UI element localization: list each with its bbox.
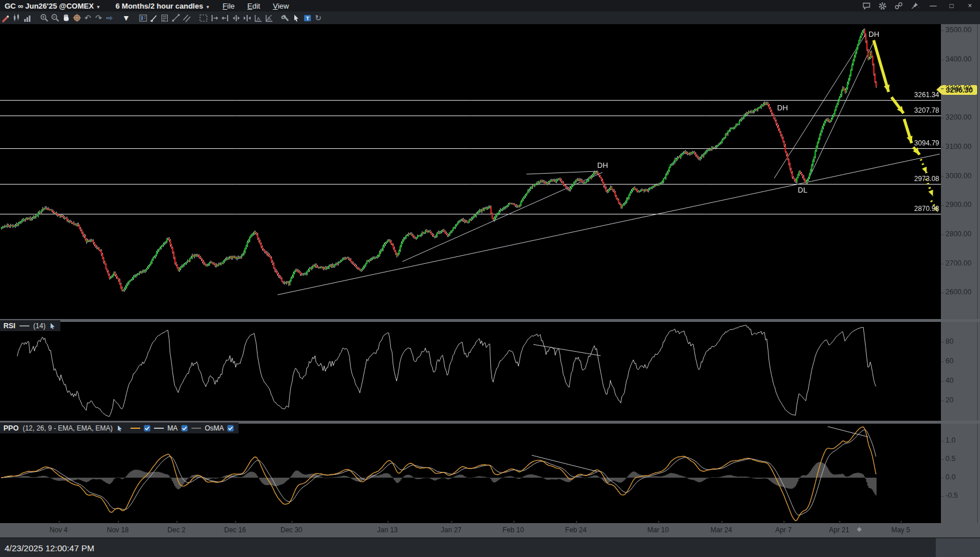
rsi-axis-label: 60	[946, 357, 954, 365]
rsi-label: RSI	[3, 322, 16, 330]
gear-icon[interactable]	[878, 2, 887, 10]
time-axis-tick	[291, 521, 293, 524]
maximize-icon[interactable]: □	[947, 2, 956, 10]
cursor-tool-icon[interactable]	[291, 13, 302, 23]
level-price-label: 2973.08	[914, 175, 939, 183]
svg-text:T: T	[306, 15, 309, 21]
price-axis-label: 3300.00	[946, 84, 971, 92]
price-axis-label: 2600.00	[946, 288, 971, 296]
select-region-icon[interactable]	[198, 13, 209, 23]
time-axis-tick	[721, 521, 722, 524]
ppo-panel-header[interactable]: PPO (12, 26, 9 - EMA, EMA, EMA) MAOsMA	[0, 422, 239, 433]
time-axis-label: Jan 13	[377, 526, 398, 534]
time-axis-label: Dec 30	[280, 526, 302, 534]
timeframe-selector[interactable]: 6 Months/2 hour candles▼	[116, 2, 210, 10]
zoom-in-icon[interactable]	[39, 13, 49, 23]
text-tool-icon[interactable]: T	[302, 13, 313, 23]
rsi-axis-tick	[941, 401, 944, 401]
time-axis-tick	[576, 521, 577, 524]
time-axis[interactable]: Nov 4Nov 18Dec 2Dec 16Dec 30Jan 13Jan 27…	[0, 523, 980, 537]
current-bar-marker	[857, 527, 862, 532]
rsi-panel-header[interactable]: RSI (14)	[0, 320, 60, 331]
trendline-icon[interactable]	[170, 13, 181, 23]
chevron-down-icon: ▼	[205, 5, 210, 10]
rsi-axis-tick	[941, 381, 944, 382]
price-axis-tick	[941, 30, 944, 31]
linear-scale-icon[interactable]: A	[252, 13, 263, 23]
chart-text-icon[interactable]	[137, 13, 148, 23]
ppo-params: (12, 26, 9 - EMA, EMA, EMA)	[22, 424, 113, 432]
legend-checkbox[interactable]	[227, 425, 234, 432]
insert-bar-left-icon[interactable]	[220, 13, 230, 23]
chat-icon[interactable]	[862, 2, 871, 10]
time-axis-tick	[235, 521, 236, 524]
toolbar: ↶↷⇨▼AAT↻	[0, 11, 980, 25]
log-scale-icon[interactable]: A	[263, 13, 274, 23]
crosshair-icon[interactable]	[71, 13, 82, 23]
time-axis-label: May 5	[891, 526, 910, 534]
symbol-selector[interactable]: GC ∞ Jun26'25 @COMEX▼	[5, 2, 101, 10]
close-icon[interactable]: ×	[966, 2, 974, 10]
time-axis-label: Mar 24	[710, 526, 732, 534]
minimize-icon[interactable]: —	[929, 2, 937, 10]
price-axis-tick	[941, 293, 944, 293]
price-axis[interactable]	[941, 24, 980, 523]
price-axis-tick	[941, 89, 944, 89]
refresh-icon[interactable]: ↻	[313, 13, 324, 23]
time-axis-label: Apr 7	[775, 526, 792, 534]
time-axis-label: Nov 4	[49, 526, 67, 534]
price-chart-canvas[interactable]	[0, 24, 941, 523]
resize-grip[interactable]	[936, 538, 980, 557]
price-axis-tick	[941, 235, 944, 235]
time-axis-tick	[451, 521, 452, 524]
level-price-label: 3094.79	[914, 139, 939, 147]
channel-lines-icon[interactable]	[181, 13, 192, 23]
time-axis-label: Dec 2	[167, 526, 185, 534]
redo-icon[interactable]: ↷	[93, 13, 104, 23]
indicator-panel-icon[interactable]	[159, 13, 170, 23]
rsi-axis-label: 80	[946, 337, 954, 345]
wrench-icon[interactable]	[280, 13, 291, 23]
ppo-axis-tick	[941, 459, 944, 460]
price-axis-label: 2900.00	[946, 201, 971, 209]
insert-bar-right-icon[interactable]	[209, 13, 220, 23]
ppo-legend: MAOsMA	[130, 424, 234, 432]
pan-hand-icon[interactable]	[60, 13, 71, 23]
pin-icon[interactable]	[910, 2, 919, 10]
rsi-period: (14)	[33, 322, 45, 330]
menu-edit[interactable]: Edit	[247, 2, 260, 10]
pointer-cursor-icon[interactable]	[117, 425, 123, 432]
compress-spacing-icon[interactable]	[241, 13, 252, 23]
expand-spacing-icon[interactable]	[230, 13, 241, 23]
pointer-cursor-icon[interactable]	[49, 322, 56, 329]
swing-label-dl: DL	[798, 186, 808, 194]
marker-triangle-icon[interactable]: ▼	[121, 13, 132, 23]
panel-separator[interactable]	[0, 319, 980, 322]
level-price-label: 2870.98	[914, 205, 939, 213]
legend-checkbox[interactable]	[144, 425, 151, 432]
price-axis-label: 3200.00	[946, 113, 971, 121]
time-axis-tick	[783, 521, 785, 524]
undo-icon[interactable]: ↶	[82, 13, 93, 23]
menu-file[interactable]: File	[222, 2, 235, 10]
menu-bar: GC ∞ Jun26'25 @COMEX▼ 6 Months/2 hour ca…	[0, 0, 980, 11]
legend-line-sample	[154, 428, 164, 429]
candlestick-chart-icon[interactable]	[11, 13, 22, 23]
time-axis-label: Mar 10	[647, 526, 668, 534]
rsi-axis-label: 40	[946, 377, 954, 385]
pointer-arrow-icon[interactable]: ⇨	[104, 13, 115, 23]
menu-view[interactable]: View	[273, 2, 289, 10]
volume-histogram-icon[interactable]	[22, 13, 33, 23]
time-axis-label: Nov 18	[107, 526, 129, 534]
pencil-icon[interactable]	[0, 13, 11, 23]
time-axis-tick	[118, 521, 119, 524]
zoom-out-icon[interactable]	[49, 13, 60, 23]
paintbrush-icon[interactable]	[148, 13, 159, 23]
svg-text:A: A	[257, 16, 260, 21]
chevron-down-icon: ▼	[96, 5, 101, 10]
price-axis-label: 3400.00	[946, 55, 971, 63]
time-axis-tick	[387, 521, 389, 524]
link-icon[interactable]	[894, 2, 903, 10]
legend-checkbox[interactable]	[181, 425, 188, 432]
menubar-right-icons: —□×	[862, 2, 974, 10]
